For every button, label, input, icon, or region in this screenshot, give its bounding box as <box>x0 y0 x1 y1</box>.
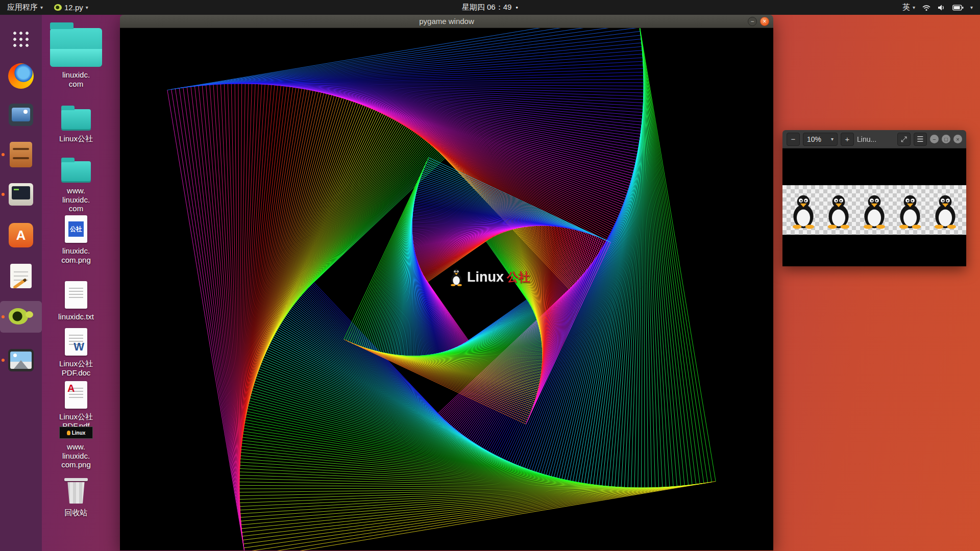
close-button[interactable]: × <box>760 17 769 26</box>
minimize-button[interactable]: − <box>748 17 757 26</box>
desktop-icon-linuxidc-txt[interactable]: linuxidc.txt <box>45 281 107 321</box>
active-app-label: 12.py <box>64 3 83 12</box>
zoom-in-button[interactable]: + <box>841 133 854 146</box>
zoom-out-button[interactable]: − <box>787 133 800 146</box>
dock-show-applications[interactable] <box>0 23 42 55</box>
dock-text-editor[interactable] <box>0 260 42 292</box>
pygame-titlebar[interactable]: pygame window − × <box>120 15 773 28</box>
running-indicator-dot <box>2 359 5 362</box>
icon-label: linuxidc. com.png <box>61 246 91 264</box>
dock: A <box>0 15 42 551</box>
icon-label: www. linuxidc. com <box>62 186 90 213</box>
desktop-icon-www-linuxidc-png[interactable]: Linux www. linuxidc. com.png <box>45 427 107 469</box>
text-lines <box>69 286 83 299</box>
chevron-down-icon: ▾ <box>40 5 43 10</box>
dock-files[interactable] <box>0 139 42 170</box>
running-indicator-dot <box>2 153 5 156</box>
system-menu-chevron-icon[interactable]: ▾ <box>970 5 973 10</box>
battery-icon <box>952 5 964 11</box>
tux-image-strip <box>782 185 966 235</box>
desktop-icon-trash[interactable]: 回收站 <box>45 478 107 517</box>
pygame-canvas[interactable] <box>120 28 773 550</box>
zoom-level-select[interactable]: 10% ▾ <box>803 133 838 146</box>
trash-lid <box>64 478 88 481</box>
firefox-icon <box>8 63 34 89</box>
pygame-window: pygame window − × Linux 公社 <box>120 15 773 551</box>
app-turtle-icon <box>54 4 62 11</box>
clock-label: 星期四 06：49 <box>462 3 512 12</box>
file-cabinet-icon <box>10 142 32 167</box>
chevron-down-icon: ▾ <box>831 136 834 142</box>
running-indicator-dot <box>2 315 5 318</box>
linux-gongshe-logo: Linux 公社 <box>449 268 530 286</box>
trash-body <box>67 482 85 504</box>
image-viewer-window: − 10% ▾ + Linu... ⤢ ☰ − □ × <box>782 130 966 266</box>
applications-menu[interactable]: 应用程序 ▾ <box>7 3 43 12</box>
chevron-down-icon: ▾ <box>86 5 88 10</box>
window-title: pygame window <box>419 17 474 26</box>
viewer-maximize-button[interactable]: □ <box>942 135 950 143</box>
dock-ubuntu-software[interactable]: A <box>0 219 42 251</box>
viewer-minimize-button[interactable]: − <box>930 135 939 143</box>
icon-label: linuxidc.txt <box>58 312 94 321</box>
input-method-indicator[interactable]: 英 ▾ <box>902 3 915 12</box>
notification-dot-icon: ● <box>516 5 518 10</box>
pygame-content: Linux 公社 <box>120 28 773 550</box>
viewer-toolbar[interactable]: − 10% ▾ + Linu... ⤢ ☰ − □ × <box>782 130 966 148</box>
text-editor-icon <box>10 264 32 288</box>
clock-menu[interactable]: 星期四 06：49 ● <box>462 0 518 15</box>
desktop-icon-linux-gongshe-folder[interactable]: Linux公社 <box>45 109 107 143</box>
top-bar: 应用程序 ▾ 12.py ▾ 星期四 06：49 ● 英 ▾ <box>0 0 980 15</box>
icon-label: Linux公社 <box>59 134 93 143</box>
input-method-label: 英 <box>902 3 910 12</box>
image-viewer-icon <box>8 349 34 371</box>
wifi-icon <box>922 4 931 11</box>
pdf-badge: A <box>67 383 75 394</box>
desktop-icon-doc[interactable]: W Linux公社 PDF.doc <box>45 328 107 377</box>
viewer-filename: Linu... <box>857 135 894 143</box>
folder-icon <box>61 109 91 131</box>
tux-icon <box>789 189 818 234</box>
zoom-value: 10% <box>807 135 821 143</box>
chevron-down-icon: ▾ <box>913 5 915 10</box>
dock-image-tool[interactable] <box>0 99 42 131</box>
desktop-icon-www-linuxidc-folder[interactable]: www. linuxidc. com <box>45 161 107 213</box>
icon-label: 回收站 <box>65 508 88 517</box>
image-thumbnail: 公社 <box>68 221 84 237</box>
desktop-icon-pdf[interactable]: A Linux公社 PDF.pdf <box>45 381 107 430</box>
software-letter: A <box>16 228 26 243</box>
running-indicator-dot <box>2 193 5 196</box>
logo-latin-text: Linux <box>467 269 504 285</box>
dock-pygame-turtle-app[interactable] <box>0 301 42 333</box>
trash-icon <box>65 481 87 505</box>
folder-icon <box>61 161 91 183</box>
tux-icon <box>860 189 889 234</box>
applications-label: 应用程序 <box>7 3 38 12</box>
desktop-icon-linuxidc-folder[interactable]: linuxidc. com <box>45 28 107 88</box>
active-app-menu[interactable]: 12.py ▾ <box>54 3 88 12</box>
photo-thumbnail-icon <box>10 352 32 369</box>
tux-icon <box>930 189 960 234</box>
tux-icon <box>449 268 464 286</box>
image-file-icon: 公社 <box>65 215 87 243</box>
turtle-icon <box>9 307 33 327</box>
dark-image-thumbnail: Linux <box>59 427 93 439</box>
media-icon <box>9 104 33 126</box>
dock-firefox[interactable] <box>0 60 42 92</box>
ubuntu-software-icon: A <box>9 223 33 247</box>
tux-mini-icon <box>67 431 70 435</box>
desktop-icon-linuxidc-png[interactable]: 公社 linuxidc. com.png <box>45 215 107 264</box>
folder-icon <box>50 28 102 67</box>
app-grid-icon <box>12 30 30 48</box>
viewer-close-button[interactable]: × <box>953 135 962 143</box>
icon-label: Linux公社 PDF.doc <box>59 359 93 377</box>
icon-label: linuxidc. com <box>62 70 90 88</box>
terminal-icon <box>9 183 33 206</box>
viewer-content <box>782 148 966 266</box>
dock-image-viewer[interactable] <box>0 344 42 376</box>
menu-button[interactable]: ☰ <box>914 133 927 146</box>
thumb-text: Linux <box>72 430 86 436</box>
fullscreen-button[interactable]: ⤢ <box>897 133 911 146</box>
dock-terminal[interactable] <box>0 179 42 210</box>
pdf-file-icon: A <box>65 381 87 409</box>
